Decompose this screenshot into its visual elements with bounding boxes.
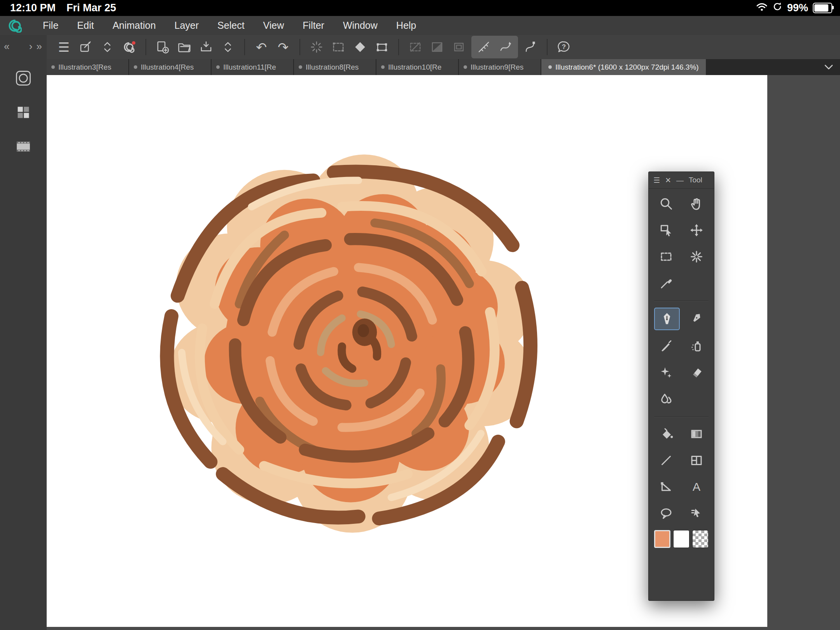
blend-tool[interactable] [654,388,678,410]
layer-mask-icon [426,36,448,58]
text-tool[interactable]: A [684,476,709,497]
stream-line-tool[interactable] [684,503,709,524]
tab-status-dot [216,65,220,69]
clip-studio-logo-icon[interactable] [8,19,22,33]
balloon-tool[interactable] [654,503,678,524]
clip-studio-paint-window: 12:10 PM Fri Mar 25 99% File Edit Animat… [0,0,840,630]
svg-text:?: ? [562,43,566,51]
tab-illustration8[interactable]: Illustration8[Res [294,59,376,75]
toolbar-divider [145,39,146,55]
expand-panel-icon[interactable]: › [29,40,33,52]
tab-illustration11[interactable]: Illustration11[Re [212,59,293,75]
tab-illustration3[interactable]: Illustration3[Res [47,59,128,75]
panel-menu-icon[interactable]: ☰ [653,177,660,184]
mapping-pen-tool[interactable] [684,308,709,329]
menu-bar: File Edit Animation Layer Select View Fi… [0,16,840,35]
eraser-tool[interactable] [684,362,709,383]
hand-tool[interactable] [684,193,709,214]
transform-frame-icon[interactable] [371,36,393,58]
tab-illustration10[interactable]: Illustration10[Re [376,59,458,75]
tool-palette-titlebar[interactable]: ☰ ✕ — Tool [649,172,714,189]
brush-tool[interactable] [654,336,678,357]
polyline-tool[interactable] [654,476,678,497]
quick-access-panel-icon[interactable] [13,68,33,88]
frame-border-tool[interactable] [684,450,709,471]
tool-group-divider [654,301,709,301]
snap-to-grid-icon[interactable] [520,36,541,58]
menu-view[interactable]: View [254,16,294,35]
tab-illustration6-active[interactable]: Illustration6* (1600 x 1200px 72dpi 146.… [541,59,706,75]
operation-tool[interactable] [654,220,678,241]
toolbar-divider [398,39,399,55]
document-tab-bar: Illustration3[Res Illustration4[Res Illu… [47,59,840,75]
status-time: 12:10 PM [10,2,56,14]
snap-to-ruler-icon[interactable] [473,36,495,58]
selection-tool[interactable] [654,246,678,267]
layer-panel-icon[interactable] [13,102,33,122]
menu-select[interactable]: Select [208,16,254,35]
main-menu-button[interactable]: ☰ [53,36,75,58]
tab-status-dot [464,65,467,69]
tool-palette: ☰ ✕ — Tool [648,172,714,601]
save-options-expand-icon[interactable] [217,36,239,58]
redo-icon[interactable]: ↷ [272,36,294,58]
menu-file[interactable]: File [33,16,68,35]
collapse-all-icon[interactable]: « [4,40,9,52]
color-swatches [654,530,709,548]
menu-edit[interactable]: Edit [68,16,103,35]
tab-list-chevron-icon[interactable] [823,59,835,75]
decoration-tool[interactable] [654,362,678,383]
snap-group-active [471,36,518,58]
tool-group-divider [654,416,709,417]
help-icon[interactable]: ? [553,36,575,58]
processing-spinner-icon [306,36,327,58]
select-area-icon[interactable] [327,36,349,58]
edit-in-external-icon[interactable] [75,36,96,58]
hamburger-icon: ☰ [58,41,70,54]
zoom-tool[interactable] [654,193,678,214]
menu-layer[interactable]: Layer [165,16,208,35]
snap-to-special-ruler-icon[interactable] [495,36,516,58]
tab-status-dot [548,65,552,69]
tab-status-dot [51,65,55,69]
ipad-status-bar: 12:10 PM Fri Mar 25 99% [0,0,840,16]
gradient-tool[interactable] [684,424,709,444]
toolbar-expand-icon[interactable] [96,36,118,58]
menu-filter[interactable]: Filter [293,16,334,35]
sub-color-swatch[interactable] [673,530,690,548]
expand-all-icon[interactable]: » [37,40,42,52]
transparent-color-swatch[interactable] [692,530,709,548]
tab-status-dot [299,65,302,69]
wifi-icon [756,2,768,14]
tab-status-dot [134,65,137,69]
menu-animation[interactable]: Animation [103,16,165,35]
tab-illustration4[interactable]: Illustration4[Res [129,59,211,75]
new-canvas-icon[interactable] [152,36,173,58]
fill-diamond-icon[interactable] [349,36,371,58]
airbrush-tool[interactable] [684,336,709,357]
auto-select-tool[interactable] [684,246,709,267]
toolbar-divider [244,39,245,55]
tab-illustration9[interactable]: Illustration9[Res [459,59,541,75]
tool-palette-title: Tool [689,176,702,184]
clip-studio-app-icon[interactable] [118,36,140,58]
figure-tool[interactable] [654,450,678,471]
panel-minimize-icon[interactable]: — [676,177,684,184]
undo-icon[interactable]: ↶ [250,36,272,58]
toolbar-divider [547,39,548,55]
battery-percent: 99% [787,2,808,14]
deselect-icon [404,36,426,58]
timeline-panel-icon[interactable] [13,136,33,157]
eyedropper-tool[interactable] [654,273,678,294]
move-layer-tool[interactable] [684,220,709,241]
save-icon[interactable] [195,36,217,58]
frame-area-icon [448,36,470,58]
pen-tool[interactable] [654,308,680,330]
panel-close-icon[interactable]: ✕ [665,177,671,184]
menu-help[interactable]: Help [387,16,425,35]
main-color-swatch[interactable] [654,530,670,548]
menu-window[interactable]: Window [334,16,387,35]
open-file-icon[interactable] [173,36,195,58]
fill-tool[interactable] [654,424,678,444]
orientation-lock-icon [772,2,782,14]
